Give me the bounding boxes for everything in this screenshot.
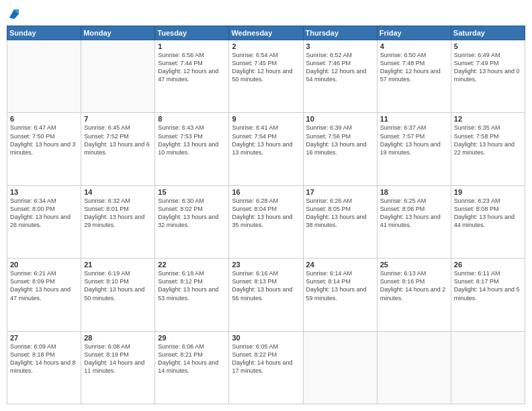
day-number: 8 [158, 115, 226, 123]
day-cell: 20Sunrise: 6:21 AM Sunset: 8:09 PM Dayli… [7, 259, 81, 331]
day-info: Sunrise: 6:47 AM Sunset: 7:50 PM Dayligh… [10, 124, 78, 156]
day-cell: 16Sunrise: 6:28 AM Sunset: 8:04 PM Dayli… [229, 185, 303, 258]
day-number: 12 [454, 115, 522, 123]
day-number: 29 [158, 334, 226, 342]
day-info: Sunrise: 6:35 AM Sunset: 7:58 PM Dayligh… [454, 124, 522, 156]
day-number: 21 [84, 261, 152, 269]
calendar-header: SundayMondayTuesdayWednesdayThursdayFrid… [7, 26, 525, 40]
col-header-monday: Monday [81, 26, 155, 40]
day-info: Sunrise: 6:21 AM Sunset: 8:09 PM Dayligh… [10, 269, 78, 302]
day-info: Sunrise: 6:50 AM Sunset: 7:48 PM Dayligh… [380, 51, 448, 84]
day-cell: 5Sunrise: 6:49 AM Sunset: 7:49 PM Daylig… [451, 40, 525, 113]
day-number: 10 [306, 115, 374, 123]
day-number: 18 [380, 188, 448, 196]
calendar-table: SundayMondayTuesdayWednesdayThursdayFrid… [7, 26, 525, 404]
day-number: 5 [454, 42, 522, 50]
day-cell: 12Sunrise: 6:35 AM Sunset: 7:58 PM Dayli… [451, 113, 525, 185]
day-info: Sunrise: 6:16 AM Sunset: 8:13 PM Dayligh… [232, 269, 300, 302]
col-header-sunday: Sunday [7, 26, 81, 40]
day-number: 7 [84, 115, 152, 123]
day-info: Sunrise: 6:41 AM Sunset: 7:54 PM Dayligh… [232, 124, 300, 156]
day-info: Sunrise: 6:39 AM Sunset: 7:56 PM Dayligh… [306, 124, 374, 156]
day-info: Sunrise: 6:06 AM Sunset: 8:21 PM Dayligh… [158, 342, 226, 375]
day-cell: 19Sunrise: 6:23 AM Sunset: 8:08 PM Dayli… [451, 185, 525, 258]
day-number: 3 [306, 42, 374, 50]
week-row-1: 1Sunrise: 6:56 AM Sunset: 7:44 PM Daylig… [7, 40, 525, 113]
calendar-body: 1Sunrise: 6:56 AM Sunset: 7:44 PM Daylig… [7, 40, 525, 404]
day-cell: 3Sunrise: 6:52 AM Sunset: 7:46 PM Daylig… [303, 40, 377, 113]
day-number: 16 [232, 188, 300, 196]
day-cell: 21Sunrise: 6:19 AM Sunset: 8:10 PM Dayli… [81, 259, 155, 331]
day-info: Sunrise: 6:45 AM Sunset: 7:52 PM Dayligh… [84, 124, 152, 156]
day-cell: 2Sunrise: 6:54 AM Sunset: 7:45 PM Daylig… [229, 40, 303, 113]
day-number: 23 [232, 261, 300, 269]
day-info: Sunrise: 6:49 AM Sunset: 7:49 PM Dayligh… [454, 51, 522, 84]
day-cell: 22Sunrise: 6:18 AM Sunset: 8:12 PM Dayli… [155, 259, 229, 331]
day-cell: 14Sunrise: 6:32 AM Sunset: 8:01 PM Dayli… [81, 185, 155, 258]
day-number: 9 [232, 115, 300, 123]
day-info: Sunrise: 6:23 AM Sunset: 8:08 PM Dayligh… [454, 197, 522, 230]
day-number: 30 [232, 334, 300, 342]
day-cell: 29Sunrise: 6:06 AM Sunset: 8:21 PM Dayli… [155, 331, 229, 404]
day-info: Sunrise: 6:19 AM Sunset: 8:10 PM Dayligh… [84, 269, 152, 302]
week-row-2: 6Sunrise: 6:47 AM Sunset: 7:50 PM Daylig… [7, 113, 525, 185]
day-info: Sunrise: 6:54 AM Sunset: 7:45 PM Dayligh… [232, 51, 300, 84]
week-row-4: 20Sunrise: 6:21 AM Sunset: 8:09 PM Dayli… [7, 259, 525, 331]
day-cell [303, 331, 377, 404]
day-cell: 10Sunrise: 6:39 AM Sunset: 7:56 PM Dayli… [303, 113, 377, 185]
day-info: Sunrise: 6:05 AM Sunset: 8:22 PM Dayligh… [232, 342, 300, 375]
day-number: 2 [232, 42, 300, 50]
page: SundayMondayTuesdayWednesdayThursdayFrid… [0, 0, 532, 411]
day-cell: 7Sunrise: 6:45 AM Sunset: 7:52 PM Daylig… [81, 113, 155, 185]
col-header-friday: Friday [377, 26, 451, 40]
logo [7, 7, 20, 20]
day-number: 28 [84, 334, 152, 342]
day-number: 25 [380, 261, 448, 269]
day-cell: 15Sunrise: 6:30 AM Sunset: 8:02 PM Dayli… [155, 185, 229, 258]
week-row-5: 27Sunrise: 6:09 AM Sunset: 8:18 PM Dayli… [7, 331, 525, 404]
col-header-saturday: Saturday [451, 26, 525, 40]
day-cell [451, 331, 525, 404]
day-cell: 17Sunrise: 6:26 AM Sunset: 8:05 PM Dayli… [303, 185, 377, 258]
day-info: Sunrise: 6:11 AM Sunset: 8:17 PM Dayligh… [454, 269, 522, 302]
day-number: 11 [380, 115, 448, 123]
day-cell: 30Sunrise: 6:05 AM Sunset: 8:22 PM Dayli… [229, 331, 303, 404]
day-cell: 13Sunrise: 6:34 AM Sunset: 8:00 PM Dayli… [7, 185, 81, 258]
day-info: Sunrise: 6:34 AM Sunset: 8:00 PM Dayligh… [10, 197, 78, 230]
header [7, 7, 525, 20]
day-cell: 24Sunrise: 6:14 AM Sunset: 8:14 PM Dayli… [303, 259, 377, 331]
day-cell: 11Sunrise: 6:37 AM Sunset: 7:57 PM Dayli… [377, 113, 451, 185]
logo-icon [8, 8, 20, 20]
day-number: 6 [10, 115, 78, 123]
day-info: Sunrise: 6:28 AM Sunset: 8:04 PM Dayligh… [232, 197, 300, 230]
day-cell: 9Sunrise: 6:41 AM Sunset: 7:54 PM Daylig… [229, 113, 303, 185]
day-cell [81, 40, 155, 113]
col-header-tuesday: Tuesday [155, 26, 229, 40]
day-number: 24 [306, 261, 374, 269]
day-number: 27 [10, 334, 78, 342]
day-cell: 18Sunrise: 6:25 AM Sunset: 8:06 PM Dayli… [377, 185, 451, 258]
day-number: 14 [84, 188, 152, 196]
day-info: Sunrise: 6:56 AM Sunset: 7:44 PM Dayligh… [158, 51, 226, 84]
col-header-thursday: Thursday [303, 26, 377, 40]
header-row: SundayMondayTuesdayWednesdayThursdayFrid… [7, 26, 525, 40]
day-info: Sunrise: 6:32 AM Sunset: 8:01 PM Dayligh… [84, 197, 152, 230]
day-cell: 8Sunrise: 6:43 AM Sunset: 7:53 PM Daylig… [155, 113, 229, 185]
day-cell: 1Sunrise: 6:56 AM Sunset: 7:44 PM Daylig… [155, 40, 229, 113]
day-info: Sunrise: 6:18 AM Sunset: 8:12 PM Dayligh… [158, 269, 226, 302]
day-number: 20 [10, 261, 78, 269]
day-cell: 25Sunrise: 6:13 AM Sunset: 8:16 PM Dayli… [377, 259, 451, 331]
day-number: 17 [306, 188, 374, 196]
day-number: 4 [380, 42, 448, 50]
day-info: Sunrise: 6:52 AM Sunset: 7:46 PM Dayligh… [306, 51, 374, 84]
day-info: Sunrise: 6:30 AM Sunset: 8:02 PM Dayligh… [158, 197, 226, 230]
day-info: Sunrise: 6:13 AM Sunset: 8:16 PM Dayligh… [380, 269, 448, 302]
day-info: Sunrise: 6:25 AM Sunset: 8:06 PM Dayligh… [380, 197, 448, 230]
col-header-wednesday: Wednesday [229, 26, 303, 40]
day-cell: 27Sunrise: 6:09 AM Sunset: 8:18 PM Dayli… [7, 331, 81, 404]
day-cell: 28Sunrise: 6:08 AM Sunset: 8:19 PM Dayli… [81, 331, 155, 404]
day-cell: 6Sunrise: 6:47 AM Sunset: 7:50 PM Daylig… [7, 113, 81, 185]
day-number: 13 [10, 188, 78, 196]
day-number: 22 [158, 261, 226, 269]
day-info: Sunrise: 6:14 AM Sunset: 8:14 PM Dayligh… [306, 269, 374, 302]
